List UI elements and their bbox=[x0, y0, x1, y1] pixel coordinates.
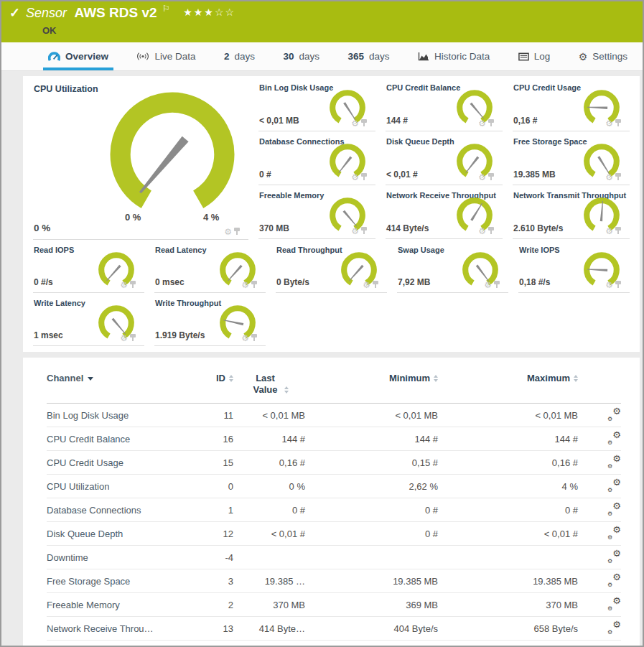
page-content: CPU Utilization 0 % 4 % 0 % ⚙ Bin Log Di… bbox=[1, 71, 643, 647]
table-row: Downtime -4 ⚙⚙ bbox=[47, 546, 621, 569]
gauge-title: Disk Queue Depth bbox=[386, 137, 454, 146]
gear-icon[interactable]: ⚙ bbox=[120, 281, 128, 289]
channel-settings-gears-icon[interactable]: ⚙⚙ bbox=[607, 621, 621, 633]
channel-name[interactable]: Downtime bbox=[47, 552, 185, 563]
channel-name[interactable]: Freeable Memory bbox=[47, 600, 185, 610]
pin-icon[interactable] bbox=[130, 334, 136, 342]
channel-settings-gears-icon[interactable]: ⚙⚙ bbox=[607, 526, 621, 539]
gear-icon[interactable]: ⚙ bbox=[484, 281, 492, 289]
gear-icon[interactable]: ⚙ bbox=[478, 120, 486, 127]
sensor-name: AWS RDS v2 bbox=[75, 5, 157, 20]
channel-settings-gears-icon[interactable]: ⚙⚙ bbox=[607, 455, 621, 467]
gear-icon[interactable]: ⚙ bbox=[605, 120, 613, 127]
pin-icon[interactable] bbox=[488, 173, 494, 181]
gear-icon[interactable]: ⚙ bbox=[363, 281, 370, 289]
gear-icon[interactable]: ⚙ bbox=[605, 228, 613, 235]
channel-last-value: < 0,01 # bbox=[233, 529, 305, 539]
pin-icon[interactable] bbox=[488, 119, 494, 127]
channel-name[interactable]: Free Storage Space bbox=[47, 576, 185, 587]
pin-icon[interactable] bbox=[251, 281, 257, 289]
small-gauges-row: Read IOPS 0 #/s ⚙ Read Latency 0 msec ⚙ … bbox=[33, 240, 640, 293]
gear-icon[interactable]: ⚙ bbox=[351, 174, 359, 181]
column-header-channel[interactable]: Channel bbox=[47, 373, 185, 384]
pin-icon[interactable] bbox=[361, 173, 367, 181]
channel-name[interactable]: Disk Queue Depth bbox=[47, 529, 185, 539]
gear-icon[interactable]: ⚙ bbox=[605, 281, 613, 289]
tab-live-data[interactable]: Live Data bbox=[131, 42, 200, 70]
channel-settings-gears-icon[interactable]: ⚙⚙ bbox=[607, 408, 621, 420]
channel-name[interactable]: Network Receive Throu… bbox=[47, 623, 185, 634]
gauge-title: Read Throughput bbox=[276, 246, 342, 254]
channel-settings-gears-icon[interactable]: ⚙⚙ bbox=[607, 479, 621, 491]
gauge-value: 144 # bbox=[386, 116, 408, 126]
gauge-value: 7,92 MB bbox=[398, 277, 430, 287]
channel-settings-gears-icon[interactable]: ⚙⚙ bbox=[607, 503, 621, 515]
gauge-title: Read IOPS bbox=[34, 246, 74, 254]
pin-icon[interactable] bbox=[494, 281, 500, 289]
gauge-title: Bin Log Disk Usage bbox=[259, 83, 333, 92]
pin-icon[interactable] bbox=[615, 119, 621, 127]
gauge-title: Write Throughput bbox=[155, 299, 221, 307]
tab-30-days-unit: days bbox=[299, 51, 319, 62]
pin-icon[interactable] bbox=[488, 227, 494, 235]
channel-maximum: 0,16 # bbox=[438, 457, 578, 468]
gear-icon[interactable]: ⚙ bbox=[120, 335, 128, 342]
tab-log[interactable]: Log bbox=[513, 42, 556, 70]
tab-2-days-unit: days bbox=[234, 51, 255, 62]
column-header-last-value[interactable]: Last Value bbox=[233, 373, 305, 396]
gauge-cell: Bin Log Disk Usage < 0,01 MB ⚙ bbox=[258, 78, 375, 131]
gear-icon[interactable]: ⚙ bbox=[351, 120, 359, 127]
channel-settings-gears-icon[interactable]: ⚙⚙ bbox=[607, 597, 621, 610]
gear-icon[interactable]: ⚙ bbox=[478, 228, 486, 235]
overview-gauge-icon bbox=[48, 52, 60, 62]
priority-stars[interactable]: ★★★☆☆ bbox=[183, 6, 235, 18]
channel-minimum: < 0,01 MB bbox=[305, 410, 438, 421]
pin-icon[interactable] bbox=[373, 281, 378, 289]
channel-minimum: 0,15 # bbox=[305, 457, 438, 468]
gear-icon[interactable]: ⚙ bbox=[241, 281, 249, 289]
channel-last-value: 0 # bbox=[233, 505, 305, 516]
channel-minimum: 2,62 % bbox=[305, 481, 438, 492]
gauge-cell: CPU Credit Balance 144 # ⚙ bbox=[386, 78, 503, 131]
tab-30-days-number: 30 bbox=[283, 51, 294, 62]
flag-icon[interactable]: ⚐ bbox=[162, 4, 170, 14]
channel-settings-gears-icon[interactable]: ⚙⚙ bbox=[607, 574, 621, 586]
gear-icon[interactable]: ⚙ bbox=[351, 228, 359, 235]
column-header-id[interactable]: ID bbox=[185, 373, 233, 384]
pin-icon[interactable] bbox=[234, 228, 240, 236]
column-header-minimum[interactable]: Minimum bbox=[305, 373, 438, 384]
pin-icon[interactable] bbox=[615, 281, 621, 289]
gauge-cell: Swap Usage 7,92 MB ⚙ bbox=[397, 240, 508, 293]
channel-settings-gears-icon[interactable]: ⚙⚙ bbox=[607, 550, 621, 562]
gauge-value: 0 msec bbox=[155, 277, 185, 287]
pin-icon[interactable] bbox=[615, 173, 621, 181]
gauge-cell: Write Latency 1 msec ⚙ bbox=[33, 293, 144, 346]
gear-icon[interactable]: ⚙ bbox=[224, 228, 232, 236]
tab-historic-data[interactable]: Historic Data bbox=[413, 42, 495, 70]
channel-name[interactable]: Bin Log Disk Usage bbox=[47, 410, 185, 421]
pin-icon[interactable] bbox=[615, 227, 621, 235]
gear-icon[interactable]: ⚙ bbox=[478, 174, 486, 181]
channel-settings-gears-icon[interactable]: ⚙⚙ bbox=[607, 432, 621, 444]
pin-icon[interactable] bbox=[130, 281, 136, 289]
pin-icon[interactable] bbox=[361, 119, 367, 127]
gauge-cell: Freeable Memory 370 MB ⚙ bbox=[258, 185, 375, 239]
tab-overview[interactable]: Overview bbox=[43, 42, 113, 70]
tab-settings[interactable]: ⚙ Settings bbox=[574, 42, 633, 70]
pin-icon[interactable] bbox=[251, 334, 257, 342]
channel-maximum: < 0,01 MB bbox=[438, 410, 578, 421]
channel-name[interactable]: CPU Utilization bbox=[47, 481, 185, 492]
channel-name[interactable]: Database Connections bbox=[47, 505, 185, 516]
column-header-maximum[interactable]: Maximum bbox=[438, 373, 578, 384]
tab-2-days[interactable]: 2 days bbox=[219, 42, 260, 70]
gear-icon[interactable]: ⚙ bbox=[605, 174, 613, 181]
gear-icon[interactable]: ⚙ bbox=[241, 335, 249, 342]
pin-icon[interactable] bbox=[361, 227, 367, 235]
channel-name[interactable]: CPU Credit Balance bbox=[47, 434, 185, 444]
table-header-row: Channel ID Last Value Minimum Maximum bbox=[47, 368, 621, 404]
channel-id: 1 bbox=[185, 505, 233, 516]
gauge-value: 1.919 Byte/s bbox=[155, 330, 205, 340]
channel-name[interactable]: CPU Credit Usage bbox=[47, 457, 185, 468]
tab-30-days[interactable]: 30 days bbox=[278, 42, 325, 70]
tab-365-days[interactable]: 365 days bbox=[342, 42, 394, 70]
